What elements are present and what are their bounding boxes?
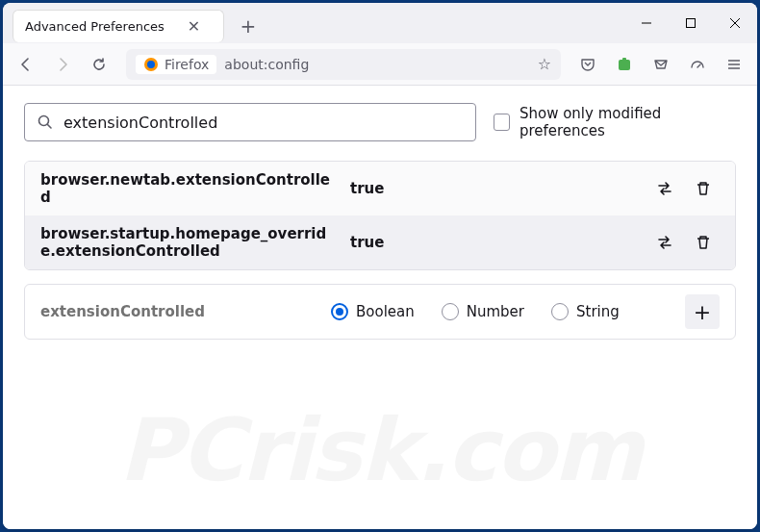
add-button[interactable]: + [685, 294, 720, 329]
search-box[interactable] [24, 103, 476, 141]
page-content: Show only modified preferences browser.n… [3, 86, 757, 529]
browser-window: Advanced Preferences ✕ + Firefox about:c… [3, 3, 757, 529]
bookmark-star-icon[interactable]: ☆ [538, 55, 551, 73]
modified-only-checkbox[interactable]: Show only modified preferences [494, 105, 736, 139]
window-controls [624, 3, 757, 43]
pref-row: browser.startup.homepage_override.extens… [25, 215, 735, 269]
delete-button[interactable] [687, 172, 720, 205]
search-row: Show only modified preferences [24, 103, 736, 141]
radio-icon [442, 303, 459, 320]
svg-rect-7 [622, 58, 626, 61]
extensions-icon[interactable] [609, 49, 640, 80]
reload-button[interactable] [84, 49, 114, 80]
radio-number[interactable]: Number [442, 303, 524, 320]
trash-icon [694, 233, 713, 252]
radio-string[interactable]: String [551, 303, 620, 320]
app-menu-button[interactable] [719, 49, 749, 80]
identity-label: Firefox [165, 57, 209, 72]
svg-rect-1 [687, 19, 696, 28]
type-radio-group: Boolean Number String [331, 303, 673, 320]
add-pref-row: extensionControlled Boolean Number Strin… [24, 284, 736, 340]
svg-rect-6 [619, 60, 630, 70]
inbox-icon[interactable] [646, 49, 676, 80]
pref-actions [648, 226, 720, 259]
minimize-button[interactable] [624, 3, 669, 43]
browser-tab[interactable]: Advanced Preferences ✕ [13, 10, 224, 42]
swap-icon [655, 179, 674, 198]
back-button[interactable] [11, 49, 41, 80]
close-window-button[interactable] [713, 3, 757, 43]
tab-title: Advanced Preferences [25, 19, 165, 34]
dashboard-icon[interactable] [682, 49, 713, 80]
search-input[interactable] [63, 114, 464, 132]
svg-line-12 [48, 125, 52, 129]
pref-value: true [350, 180, 637, 197]
checkbox-label: Show only modified preferences [519, 105, 736, 139]
url-text: about:config [224, 57, 529, 72]
svg-point-5 [147, 61, 155, 68]
radio-label: String [576, 303, 620, 320]
maximize-button[interactable] [669, 3, 713, 43]
add-pref-name: extensionControlled [40, 303, 319, 320]
radio-icon [331, 303, 348, 320]
delete-button[interactable] [687, 226, 720, 259]
identity-box[interactable]: Firefox [136, 55, 216, 74]
swap-icon [655, 233, 674, 252]
titlebar: Advanced Preferences ✕ + [3, 3, 757, 43]
firefox-icon [143, 57, 159, 72]
pocket-icon[interactable] [572, 49, 603, 80]
pref-row: browser.newtab.extensionControlled true [25, 162, 735, 215]
radio-icon [551, 303, 569, 320]
new-tab-button[interactable]: + [234, 12, 263, 40]
url-bar[interactable]: Firefox about:config ☆ [126, 49, 561, 80]
trash-icon [694, 179, 713, 198]
forward-button[interactable] [47, 49, 78, 80]
pref-value: true [350, 234, 637, 251]
checkbox-icon [494, 114, 510, 131]
pref-name: browser.newtab.extensionControlled [40, 171, 339, 206]
toggle-button[interactable] [648, 226, 681, 259]
pref-name: browser.startup.homepage_override.extens… [40, 225, 339, 260]
radio-label: Number [467, 303, 524, 320]
radio-boolean[interactable]: Boolean [331, 303, 415, 320]
pref-actions [648, 172, 720, 205]
close-icon[interactable]: ✕ [188, 17, 200, 36]
nav-toolbar: Firefox about:config ☆ [3, 43, 757, 86]
watermark: PCrisk.com [3, 399, 757, 500]
radio-label: Boolean [356, 303, 415, 320]
prefs-list: browser.newtab.extensionControlled true … [24, 161, 736, 270]
toggle-button[interactable] [648, 172, 681, 205]
search-icon [37, 114, 54, 131]
plus-icon: + [694, 300, 711, 324]
